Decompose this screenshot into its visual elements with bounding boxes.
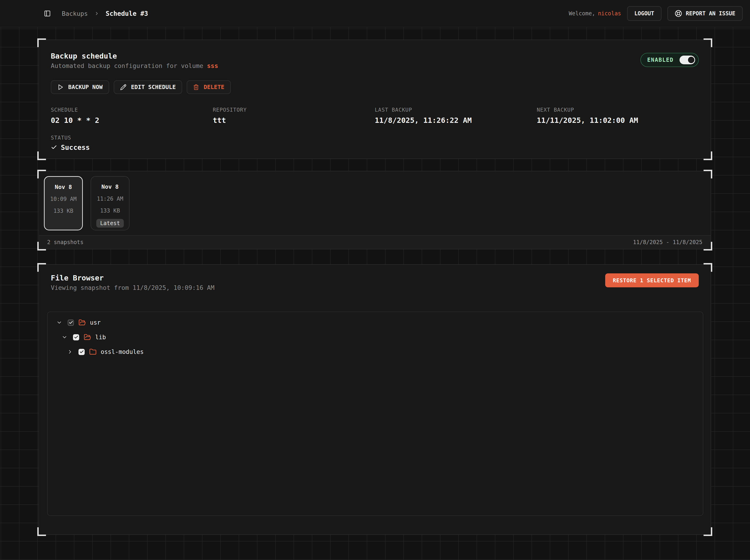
subtitle-prefix: Automated backup configuration for volum…	[51, 62, 207, 69]
breadcrumb: Backups Schedule #3	[62, 10, 148, 17]
field-value: 11/8/2025, 11:26:22 AM	[375, 116, 537, 125]
play-icon	[57, 84, 64, 91]
field-label: SCHEDULE	[51, 107, 213, 113]
panel-left-icon	[44, 10, 51, 17]
welcome-prefix: Welcome,	[569, 10, 595, 17]
chevron-down-icon[interactable]	[62, 334, 67, 340]
corner-bracket	[37, 263, 46, 272]
report-issue-label: REPORT AN ISSUE	[686, 10, 735, 17]
tree-row-lib[interactable]: lib	[47, 330, 703, 344]
chevron-down-icon[interactable]	[56, 320, 62, 325]
lifebuoy-icon	[675, 10, 682, 17]
tree-row-ossl-modules[interactable]: ossl-modules	[47, 344, 703, 359]
chevron-right-icon	[94, 11, 99, 16]
field-label: NEXT BACKUP	[537, 107, 699, 113]
corner-bracket	[704, 152, 712, 160]
status-label: STATUS	[51, 135, 699, 141]
schedule-panel-title: Backup schedule	[51, 52, 218, 60]
edit-schedule-label: EDIT SCHEDULE	[131, 84, 176, 91]
logout-button[interactable]: LOGOUT	[627, 6, 662, 21]
tree-label: ossl-modules	[101, 348, 144, 355]
field-schedule: SCHEDULE 02 10 * * 2	[51, 107, 213, 125]
field-repository: REPOSITORY ttt	[213, 107, 375, 125]
checkbox-ossl-modules[interactable]	[78, 349, 85, 355]
field-next-backup: NEXT BACKUP 11/11/2025, 11:02:00 AM	[537, 107, 699, 125]
backup-now-label: BACKUP NOW	[68, 84, 103, 91]
enabled-toggle[interactable]: ENABLED	[640, 53, 699, 67]
toggle-knob	[687, 56, 695, 64]
toggle-track	[679, 56, 695, 64]
tree-label: lib	[95, 334, 106, 341]
status-block: STATUS Success	[51, 135, 699, 152]
snapshot-time: 11:26 AM	[97, 196, 123, 202]
check-icon	[51, 144, 57, 151]
snapshot-size: 133 KB	[54, 208, 74, 214]
checkbox-usr[interactable]	[68, 320, 74, 326]
restore-selected-label: RESTORE 1 SELECTED ITEM	[613, 278, 691, 283]
welcome-text: Welcome,nicolas	[569, 10, 621, 17]
corner-bracket	[704, 527, 712, 536]
field-label: REPOSITORY	[213, 107, 375, 113]
corner-bracket	[704, 263, 712, 272]
delete-button[interactable]: DELETE	[187, 80, 231, 94]
field-value: 11/11/2025, 11:02:00 AM	[537, 116, 699, 125]
field-value: 02 10 * * 2	[51, 116, 213, 125]
snapshots-footer: 2 snapshots 11/8/2025 - 11/8/2025	[39, 235, 711, 249]
topbar: Backups Schedule #3 Welcome,nicolas LOGO…	[0, 0, 750, 27]
sidebar-toggle-button[interactable]	[44, 10, 51, 17]
corner-bracket	[704, 38, 712, 47]
snapshot-size: 133 KB	[100, 207, 120, 214]
edit-schedule-button[interactable]: EDIT SCHEDULE	[114, 80, 182, 94]
folder-icon	[89, 348, 97, 356]
corner-bracket	[37, 152, 46, 160]
tree-row-usr[interactable]: usr	[47, 315, 703, 330]
snapshot-date: Nov 8	[55, 184, 72, 190]
enabled-toggle-label: ENABLED	[647, 57, 674, 63]
snapshot-card-latest[interactable]: Nov 8 11:26 AM 133 KB Latest	[91, 176, 130, 231]
field-value: ttt	[213, 116, 375, 125]
status-value: Success	[61, 143, 90, 152]
latest-badge: Latest	[96, 219, 124, 227]
backup-now-button[interactable]: BACKUP NOW	[51, 80, 109, 94]
snapshot-card-list: Nov 8 10:09 AM 133 KB Nov 8 11:26 AM 133…	[39, 171, 711, 231]
username: nicolas	[598, 10, 621, 17]
schedule-panel-subtitle: Automated backup configuration for volum…	[51, 62, 218, 69]
report-issue-button[interactable]: REPORT AN ISSUE	[667, 6, 743, 21]
snapshots-panel: Nov 8 10:09 AM 133 KB Nov 8 11:26 AM 133…	[38, 171, 711, 249]
backup-app: Backups Schedule #3 Welcome,nicolas LOGO…	[0, 0, 750, 560]
file-browser-panel: File Browser Viewing snapshot from 11/8/…	[38, 264, 711, 535]
folder-open-icon	[84, 334, 91, 341]
snapshot-date-range: 11/8/2025 - 11/8/2025	[633, 239, 703, 245]
corner-bracket	[37, 527, 46, 536]
file-tree: usr lib	[47, 312, 703, 516]
snapshot-date: Nov 8	[101, 183, 119, 190]
logout-label: LOGOUT	[634, 10, 654, 17]
snapshot-card-selected[interactable]: Nov 8 10:09 AM 133 KB	[44, 176, 83, 231]
schedule-details: SCHEDULE 02 10 * * 2 REPOSITORY ttt LAST…	[51, 107, 699, 125]
checkbox-lib[interactable]	[73, 334, 79, 340]
trash-icon	[193, 84, 199, 90]
pencil-icon	[120, 84, 126, 91]
folder-open-icon	[78, 319, 86, 326]
chevron-right-icon[interactable]	[67, 349, 73, 355]
breadcrumb-backups[interactable]: Backups	[62, 10, 88, 17]
delete-label: DELETE	[204, 84, 224, 91]
breadcrumb-current-page: Schedule #3	[106, 10, 148, 17]
snapshot-count: 2 snapshots	[47, 239, 83, 245]
file-browser-title: File Browser	[51, 274, 214, 282]
tree-label: usr	[90, 319, 101, 326]
corner-bracket	[37, 38, 46, 47]
file-browser-subtitle: Viewing snapshot from 11/8/2025, 10:09:1…	[51, 284, 214, 291]
backup-schedule-panel: Backup schedule Automated backup configu…	[38, 40, 711, 159]
restore-selected-button[interactable]: RESTORE 1 SELECTED ITEM	[605, 273, 699, 287]
field-label: LAST BACKUP	[375, 107, 537, 113]
field-last-backup: LAST BACKUP 11/8/2025, 11:26:22 AM	[375, 107, 537, 125]
volume-name: sss	[207, 62, 218, 69]
snapshot-time: 10:09 AM	[50, 196, 77, 202]
